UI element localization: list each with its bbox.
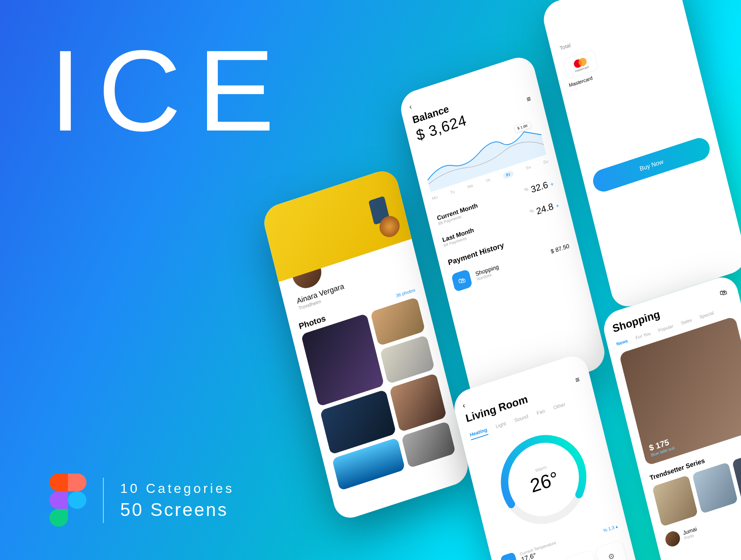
figma-logo-icon <box>49 474 86 527</box>
photo-thumb[interactable] <box>301 313 384 407</box>
tab-sound[interactable]: Sound <box>514 413 529 426</box>
stat-value: 32.6 <box>530 180 549 195</box>
mode-button[interactable]: ◷ <box>566 550 598 560</box>
day-label-active[interactable]: Fr <box>502 170 514 180</box>
shopping-bag-icon: 🛍 <box>451 269 473 292</box>
tab-heating[interactable]: Heating <box>469 427 489 440</box>
temperature-dial[interactable]: Warm 26° <box>487 419 600 540</box>
photo-thumb[interactable] <box>389 373 447 432</box>
avatar <box>664 530 682 548</box>
gear-icon: ⚙ <box>607 551 616 560</box>
item-amount: $ 87.50 <box>550 243 570 255</box>
tab-light[interactable]: Light <box>495 420 508 432</box>
heat-icon: ♨ <box>500 552 518 560</box>
tab-news[interactable]: News <box>616 338 628 347</box>
product-thumb[interactable] <box>692 462 738 514</box>
tab-sales[interactable]: Sales <box>680 317 692 326</box>
screens-count: 50 Screens <box>120 499 234 520</box>
tab-foryou[interactable]: For You <box>635 331 651 340</box>
dial-temperature: 26° <box>528 467 560 497</box>
buy-now-button[interactable]: Buy Now <box>591 135 712 194</box>
tab-fan[interactable]: Fan <box>536 408 546 419</box>
divider <box>103 478 104 523</box>
day-label[interactable]: Sa <box>525 164 531 172</box>
total-label: Total <box>559 8 676 51</box>
day-label[interactable]: Mo <box>431 195 438 203</box>
day-label[interactable]: Tu <box>450 189 455 196</box>
day-label[interactable]: We <box>467 183 474 191</box>
temp-change: % 1.3 ▴ <box>603 523 619 533</box>
footer: 10 Categories 50 Screens <box>49 474 234 527</box>
tab-special[interactable]: Special <box>699 310 714 320</box>
stat-value: 24.8 <box>535 201 555 217</box>
profile-cover <box>261 167 412 282</box>
day-label[interactable]: Th <box>485 177 492 185</box>
tab-other[interactable]: Other <box>553 401 566 413</box>
settings-button[interactable]: ⚙ <box>595 540 627 560</box>
tab-popular[interactable]: Popular <box>658 323 674 333</box>
product-thumb[interactable] <box>652 475 698 527</box>
day-label[interactable]: Su <box>543 159 549 166</box>
categories-count: 10 Categories <box>120 481 234 496</box>
